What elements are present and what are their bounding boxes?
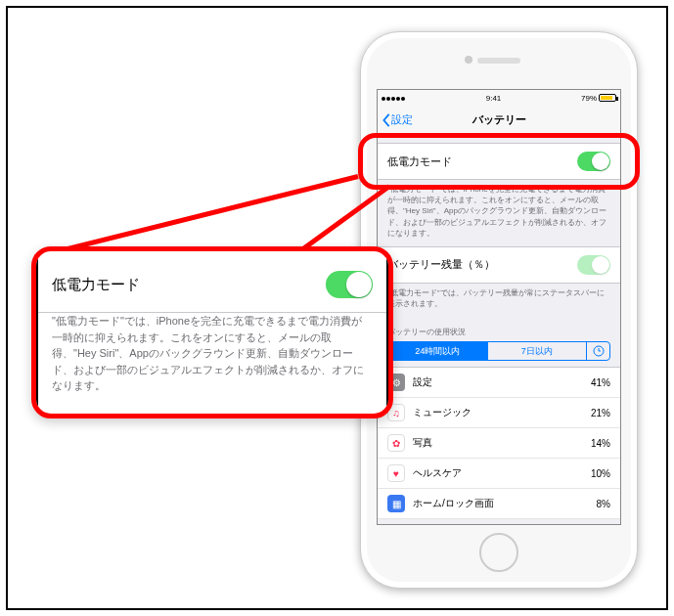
segment-7d[interactable]: 7日以内 [487,342,587,360]
usage-time-range-segmented[interactable]: 24時間以内 7日以内 [387,341,610,361]
callout-low-power-label: 低電力モード [52,276,140,294]
low-power-mode-toggle[interactable] [577,152,610,171]
phone-camera [465,56,472,64]
app-icon: ▦ [387,495,405,512]
usage-row[interactable]: ✿写真14% [378,428,620,459]
app-name: ヘルスケア [413,466,462,480]
app-name: 設定 [413,375,432,389]
usage-percentage: 8% [597,499,610,509]
app-name: ミュージック [413,406,472,419]
usage-row[interactable]: ⚙設定41% [378,367,620,398]
low-power-mode-cell[interactable]: 低電力モード [378,143,620,180]
app-name: 写真 [413,436,432,450]
usage-row[interactable]: ▦ホーム/ロック画面8% [378,489,620,519]
app-icon: ✿ [387,434,405,452]
battery-percentage-description: "低電力モード"では、バッテリー残量が常にステータスバーに表示されます。 [378,284,620,317]
callout-low-power-toggle[interactable] [326,271,373,298]
low-power-mode-label: 低電力モード [387,154,452,169]
home-button[interactable] [479,533,518,572]
segment-24h[interactable]: 24時間以内 [388,342,487,360]
page-title: バッテリー [378,112,620,127]
low-power-mode-description: "低電力モード"では、iPhoneを完全に充電できるまで電力消費が一時的に抑えら… [378,180,620,246]
usage-percentage: 10% [591,468,610,479]
iphone-device-frame: 9:41 79% 設定 バッテリー 低電力モード [360,31,638,589]
usage-percentage: 21% [591,408,610,418]
callout-low-power-description: "低電力モード"では、iPhoneを完全に充電できるまで電力消費が一時的に抑えら… [38,313,386,408]
callout-enlarged-view: 低電力モード "低電力モード"では、iPhoneを完全に充電できるまで電力消費が… [31,246,393,418]
usage-row[interactable]: ♥ヘルスケア10% [378,459,620,489]
battery-icon [599,94,616,102]
document-frame: 9:41 79% 設定 バッテリー 低電力モード [6,6,668,610]
usage-section-header: バッテリーの使用状況 [378,317,620,341]
phone-speaker [477,58,520,64]
navigation-bar: 設定 バッテリー [378,106,620,135]
callout-low-power-cell[interactable]: 低電力モード [38,257,386,313]
app-icon: ♥ [387,464,405,482]
status-time: 9:41 [486,94,502,103]
battery-percentage-toggle[interactable] [577,255,610,275]
usage-percentage: 41% [591,377,610,388]
battery-percentage-label: バッテリー残量（％） [387,257,495,272]
clock-icon [593,345,605,357]
segment-clock[interactable] [586,342,609,360]
battery-percentage-cell[interactable]: バッテリー残量（％） [378,246,620,284]
app-name: ホーム/ロック画面 [413,497,494,510]
status-bar: 9:41 79% [378,90,620,106]
battery-percentage: 79% [581,94,597,103]
usage-row[interactable]: ♫ミュージック21% [378,398,620,428]
signal-strength-icon [382,94,406,103]
usage-percentage: 14% [591,438,610,449]
phone-screen: 9:41 79% 設定 バッテリー 低電力モード [377,89,621,525]
